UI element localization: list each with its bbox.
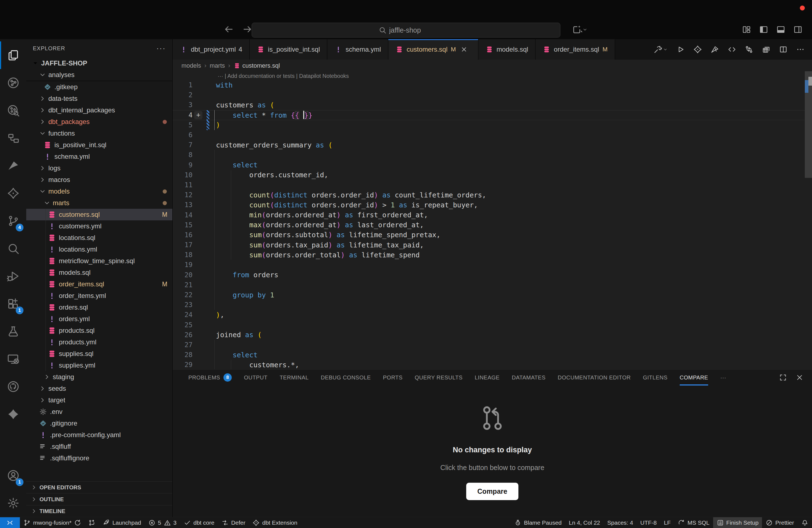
tree-item-order_items.sql[interactable]: order_items.sqlM (26, 278, 172, 290)
panel-tab-PROBLEMS[interactable]: PROBLEMS8 (188, 369, 232, 385)
panel-tab-···[interactable]: ··· (720, 369, 726, 385)
forward-button[interactable] (242, 24, 253, 35)
status-eol[interactable]: LF (661, 517, 675, 528)
tab-dbt_project.yml[interactable]: dbt_project.yml4 (173, 39, 250, 60)
panel-tab-PORTS[interactable]: PORTS (383, 369, 402, 385)
tree-item-.env[interactable]: .env (26, 406, 172, 417)
tree-item-customers.sql[interactable]: customers.sqlM (26, 209, 172, 220)
activity-run-debug[interactable] (0, 262, 26, 290)
activity-github[interactable] (0, 373, 26, 400)
git-compare-button[interactable] (744, 45, 753, 54)
tree-item-dbt_internal_packages[interactable]: dbt_internal_packages (26, 104, 172, 116)
tab-is_positive_int.sql[interactable]: is_positive_int.sql (250, 39, 327, 60)
activity-extensions[interactable]: 1 (0, 290, 26, 318)
code-area[interactable]: 1with23customers as (+4 select * from {{… (173, 80, 812, 369)
tab-models.sql[interactable]: models.sql (478, 39, 536, 60)
tree-item-orders.yml[interactable]: orders.yml (26, 313, 172, 325)
more-actions-button[interactable] (796, 45, 805, 54)
status-problems[interactable]: 53 (145, 517, 180, 528)
section-open-editors[interactable]: OPEN EDITORS (26, 481, 172, 493)
add-line-button[interactable]: + (194, 111, 202, 119)
toggle-primary-sidebar-button[interactable] (759, 25, 768, 34)
tree-item-locations.yml[interactable]: locations.yml (26, 244, 172, 255)
panel-tab-DOCUMENTATION EDITOR[interactable]: DOCUMENTATION EDITOR (557, 369, 630, 385)
tree-item-data-tests[interactable]: data-tests (26, 93, 172, 104)
tree-item-.sqlfluff[interactable]: .sqlfluff (26, 441, 172, 452)
tree-item-locations.sql[interactable]: locations.sql (26, 232, 172, 244)
altimate-action-button[interactable] (710, 45, 719, 54)
panel-tab-DATAMATES[interactable]: DATAMATES (512, 369, 546, 385)
activity-lineage[interactable] (0, 69, 26, 97)
customize-layout-button[interactable] (742, 25, 751, 34)
status-defer[interactable]: Defer (218, 517, 249, 528)
breadcrumb-file[interactable]: customers.sql (243, 62, 280, 69)
activity-flow[interactable] (0, 124, 26, 152)
panel-tab-COMPARE[interactable]: COMPARE (680, 369, 708, 385)
breadcrumb-item[interactable]: models (182, 62, 201, 69)
build-tool-button[interactable] (653, 45, 668, 54)
section-timeline[interactable]: TIMELINE (26, 505, 172, 517)
tree-item-marts[interactable]: marts (26, 197, 172, 209)
query-results-button[interactable] (762, 45, 771, 54)
status-finish-setup[interactable]: Finish Setup (713, 517, 762, 528)
status-prettier[interactable]: Prettier (762, 517, 798, 528)
section-outline[interactable]: OUTLINE (26, 493, 172, 505)
compile-button[interactable] (727, 45, 736, 54)
activity-explorer[interactable] (0, 41, 26, 69)
tree-item-.sqlfluffignore[interactable]: .sqlfluffignore (26, 452, 172, 464)
tree-item-seeds[interactable]: seeds (26, 383, 172, 394)
status-language-mode[interactable]: MS SQL (674, 517, 713, 528)
tree-item-target[interactable]: target (26, 394, 172, 406)
panel-tab-TERMINAL[interactable]: TERMINAL (279, 369, 308, 385)
tree-item-orders.sql[interactable]: orders.sql (26, 302, 172, 313)
dbt-action-button[interactable] (693, 45, 702, 54)
activity-testing[interactable] (0, 318, 26, 345)
tree-item-.gitkeep[interactable]: .gitkeep (26, 81, 172, 93)
breadcrumb-item[interactable]: marts (209, 62, 225, 69)
tree-item-models.sql[interactable]: models.sql (26, 267, 172, 278)
tree-item-customers.yml[interactable]: customers.yml (26, 220, 172, 232)
code-editor[interactable]: models›marts›customers.sql ··· | Add doc… (173, 60, 812, 369)
panel-tab-LINEAGE[interactable]: LINEAGE (475, 369, 499, 385)
split-editor-button[interactable] (779, 45, 788, 54)
activity-source-control[interactable]: 4 (0, 207, 26, 235)
status-dbt-extension[interactable]: dbt Extension (249, 517, 301, 528)
status-blame[interactable]: Blame Paused (511, 517, 565, 528)
tree-item-is_positive_int.sql[interactable]: is_positive_int.sql (26, 139, 172, 151)
tab-schema.yml[interactable]: schema.yml (327, 39, 388, 60)
activity-search[interactable] (0, 235, 26, 262)
copilot-button[interactable] (572, 24, 588, 35)
tree-item-schema.yml[interactable]: schema.yml (26, 151, 172, 162)
activity-remote-explorer[interactable] (0, 345, 26, 373)
status-git-branch[interactable]: mwong-fusion* (20, 517, 85, 528)
tree-item-supplies.sql[interactable]: supplies.sql (26, 348, 172, 360)
panel-tab-QUERY RESULTS[interactable]: QUERY RESULTS (415, 369, 463, 385)
tree-item-products.yml[interactable]: products.yml (26, 336, 172, 348)
status-encoding[interactable]: UTF-8 (637, 517, 661, 528)
tab-customers.sql[interactable]: customers.sqlM (388, 39, 478, 60)
back-button[interactable] (223, 24, 234, 35)
activity-lineage-search[interactable] (0, 97, 26, 124)
status-notifications[interactable] (798, 517, 812, 528)
status-dbt-core[interactable]: dbt core (180, 517, 218, 528)
activity-dbt[interactable] (0, 179, 26, 207)
tree-item-metricflow_time_spine.sql[interactable]: metricflow_time_spine.sql (26, 255, 172, 267)
activity-accounts[interactable]: 1 (0, 462, 26, 489)
status-remote-indicator[interactable] (0, 517, 20, 528)
tree-item-.pre-commit-config.yaml[interactable]: .pre-commit-config.yaml (26, 429, 172, 441)
toggle-panel-button[interactable] (776, 25, 785, 34)
close-icon[interactable] (460, 46, 468, 53)
tree-item-.gitignore[interactable]: .gitignore (26, 417, 172, 429)
tree-item-order_items.yml[interactable]: order_items.yml (26, 290, 172, 302)
tree-item-logs[interactable]: logs (26, 162, 172, 174)
run-button[interactable] (676, 45, 685, 54)
activity-settings[interactable] (0, 489, 26, 517)
panel-tab-GITLENS[interactable]: GITLENS (643, 369, 668, 385)
activity-dbt-power-user[interactable] (0, 400, 26, 428)
tree-item-models[interactable]: models (26, 186, 172, 197)
tree-item-dbt_packages[interactable]: dbt_packages (26, 116, 172, 128)
tree-item-supplies.yml[interactable]: supplies.yml (26, 360, 172, 371)
status-compare-changes[interactable] (85, 517, 99, 528)
tree-item-staging[interactable]: staging (26, 371, 172, 383)
tree-item-macros[interactable]: macros (26, 174, 172, 186)
